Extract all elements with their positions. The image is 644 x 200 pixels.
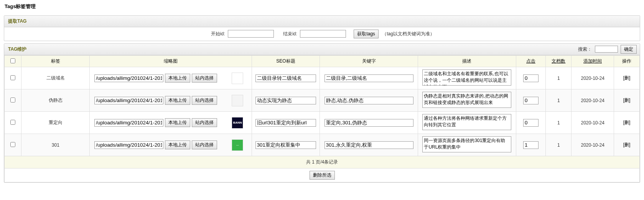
header-seo: SEO标题 xyxy=(252,56,320,67)
count-cell: 1 xyxy=(546,112,572,134)
keyword-input[interactable] xyxy=(324,119,413,127)
upload-local-button[interactable]: 本地上传 xyxy=(165,118,190,127)
time-cell: 2020-10-24 xyxy=(572,67,614,89)
header-checkbox-cell xyxy=(5,56,21,67)
time-cell: 2020-10-24 xyxy=(572,89,614,112)
search-box: 搜索： 确定 xyxy=(578,45,637,54)
tags-table: 标签 缩略图 SEO标题 关键字 描述 点击 文档数 添加时间 操作 二级域名 … xyxy=(4,55,640,182)
header-thumb: 缩略图 xyxy=(90,56,252,67)
upload-local-button[interactable]: 本地上传 xyxy=(165,74,190,83)
time-cell: 2020-10-24 xyxy=(572,134,614,156)
extract-hint: （tag以文档关键词为准） xyxy=(382,31,435,36)
row-checkbox[interactable] xyxy=(10,98,15,102)
thumb-preview xyxy=(232,95,243,106)
tag-cell: 二级域名 xyxy=(21,67,90,89)
click-input[interactable] xyxy=(523,141,539,149)
count-cell: 1 xyxy=(546,67,572,89)
desc-textarea[interactable]: 同一资源页面多条路径的301重定向有助于URL权重的集中 xyxy=(422,136,511,152)
thumb-input[interactable] xyxy=(94,97,163,104)
maintain-header: TAG维护 搜索： 确定 xyxy=(4,44,640,55)
header-keyword: 关键字 xyxy=(320,56,418,67)
seo-input[interactable] xyxy=(255,97,316,104)
tag-cell: 伪静态 xyxy=(21,89,90,112)
seo-input[interactable] xyxy=(255,74,316,82)
search-input[interactable] xyxy=(595,46,618,53)
extract-body: 开始id: 结束id: 获取tags （tag以文档关键词为准） xyxy=(4,27,640,41)
header-time: 添加时间 xyxy=(572,56,614,67)
page-title: Tags标签管理 xyxy=(0,0,644,13)
delete-selected-button[interactable]: 删除所选 xyxy=(310,171,335,180)
table-row: 伪静态 本地上传 站内选择 伪静态是相对真实静态来讲的,把动态的网页和链接变成静… xyxy=(5,89,640,112)
start-id-label: 开始id: xyxy=(211,31,225,36)
action-row: 删除所选 xyxy=(5,169,640,182)
header-count-link[interactable]: 文档数 xyxy=(552,58,565,64)
delete-link[interactable]: [删] xyxy=(623,142,631,147)
search-confirm-button[interactable]: 确定 xyxy=(621,45,637,54)
row-checkbox[interactable] xyxy=(10,120,15,125)
select-site-button[interactable]: 站内选择 xyxy=(192,140,217,149)
maintain-header-text: TAG维护 xyxy=(8,46,26,52)
end-id-label: 结束id: xyxy=(283,31,297,36)
header-click: 点击 xyxy=(516,56,546,67)
table-row: 二级域名 本地上传 站内选择 二级域名和主域名有着重要的联系,也可以这个说，一个… xyxy=(5,67,640,89)
thumb-input[interactable] xyxy=(94,74,163,82)
desc-textarea[interactable]: 通过各种方法将各种网络请求重新定个方向转到其它位置 xyxy=(422,114,511,130)
seo-input[interactable] xyxy=(255,141,316,149)
start-id-input[interactable] xyxy=(228,30,274,38)
end-id-input[interactable] xyxy=(300,30,346,38)
table-header-row: 标签 缩略图 SEO标题 关键字 描述 点击 文档数 添加时间 操作 xyxy=(5,56,640,67)
delete-link[interactable]: [删] xyxy=(623,75,631,81)
thumb-preview xyxy=(232,73,243,84)
header-time-link[interactable]: 添加时间 xyxy=(583,58,602,64)
select-site-button[interactable]: 站内选择 xyxy=(192,118,217,127)
thumb-input[interactable] xyxy=(94,119,163,127)
tag-cell: 301 xyxy=(21,134,90,156)
click-input[interactable] xyxy=(523,74,539,82)
pager-row: 共 1 页/4条记录 xyxy=(5,156,640,169)
click-input[interactable] xyxy=(523,97,539,104)
header-desc: 描述 xyxy=(418,56,516,67)
header-count: 文档数 xyxy=(546,56,572,67)
pager-cell: 共 1 页/4条记录 xyxy=(5,156,640,169)
keyword-input[interactable] xyxy=(324,141,413,149)
upload-local-button[interactable]: 本地上传 xyxy=(165,140,190,149)
time-cell: 2020-10-24 xyxy=(572,112,614,134)
keyword-input[interactable] xyxy=(324,74,413,82)
table-row: 301 本地上传 站内选择 --- 同一资源页面多条路径的301重定向有助于UR… xyxy=(5,134,640,156)
delete-link[interactable]: [删] xyxy=(623,120,631,125)
desc-textarea[interactable]: 伪静态是相对真实静态来讲的,把动态的网页和链接变成静态的形式展现出来 xyxy=(422,92,511,108)
delete-link[interactable]: [删] xyxy=(623,98,631,103)
count-cell: 1 xyxy=(546,89,572,112)
tag-cell: 重定向 xyxy=(21,112,90,134)
desc-textarea[interactable]: 二级域名和主域名有着重要的联系,也可以这个说，一个二级域名的网站可以说是主域名的… xyxy=(422,69,511,86)
thumb-input[interactable] xyxy=(94,141,163,149)
extract-header: 提取TAG xyxy=(4,16,640,27)
action-cell: 删除所选 xyxy=(5,169,640,182)
thumb-preview: --- xyxy=(232,139,243,151)
extract-panel: 提取TAG 开始id: 结束id: 获取tags （tag以文档关键词为准） xyxy=(4,15,640,41)
select-all-checkbox[interactable] xyxy=(10,58,15,63)
seo-input[interactable] xyxy=(255,119,316,127)
select-site-button[interactable]: 站内选择 xyxy=(192,74,217,83)
click-input[interactable] xyxy=(523,119,539,127)
get-tags-button[interactable]: 获取tags xyxy=(354,30,379,38)
upload-local-button[interactable]: 本地上传 xyxy=(165,96,190,105)
maintain-panel: TAG维护 搜索： 确定 标签 缩略图 SEO标题 关键字 描述 点击 文档数 … xyxy=(4,43,640,183)
search-label: 搜索： xyxy=(578,46,592,52)
thumb-preview: BANN xyxy=(232,117,243,129)
header-click-link[interactable]: 点击 xyxy=(526,58,535,64)
count-cell: 1 xyxy=(546,134,572,156)
select-site-button[interactable]: 站内选择 xyxy=(192,96,217,105)
header-op: 操作 xyxy=(614,56,640,67)
table-row: 重定向 本地上传 站内选择 BANN 通过各种方法将各种网络请求重新定个方向转到… xyxy=(5,112,640,134)
header-tag: 标签 xyxy=(21,56,90,67)
row-checkbox[interactable] xyxy=(10,75,15,80)
row-checkbox[interactable] xyxy=(10,142,15,147)
keyword-input[interactable] xyxy=(324,97,413,104)
